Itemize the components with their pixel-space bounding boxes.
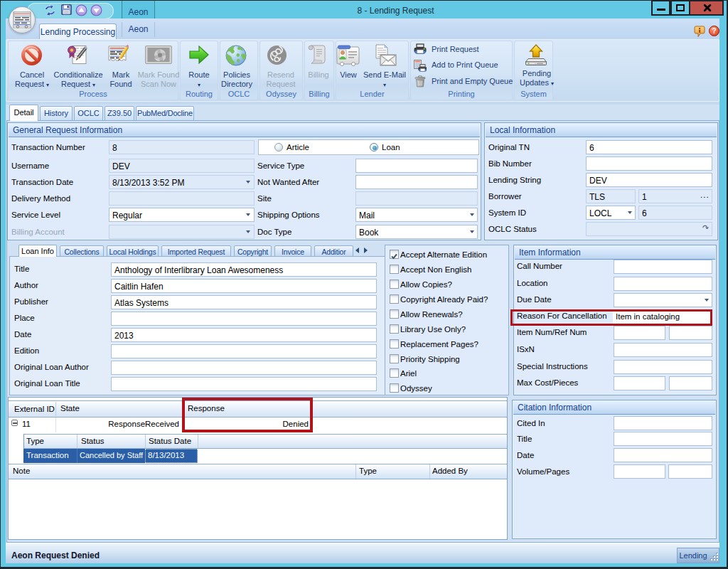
svg-text:?: ? — [712, 27, 716, 35]
